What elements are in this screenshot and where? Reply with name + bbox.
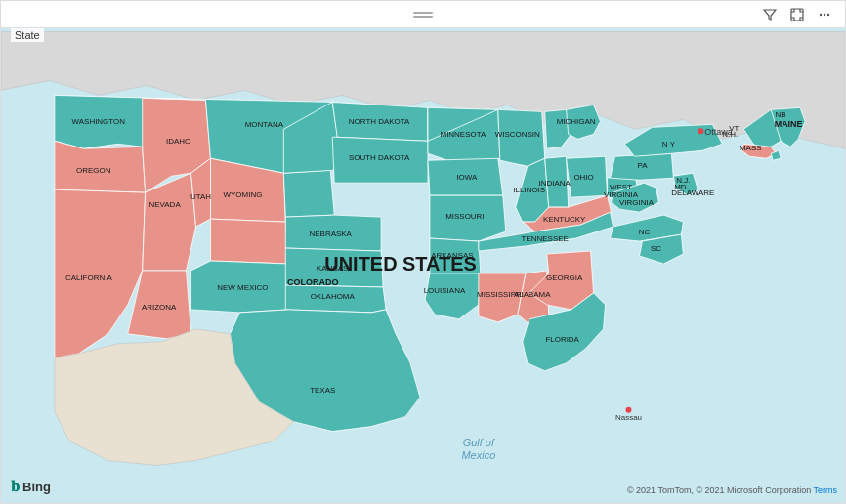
copyright-text: © 2021 TomTom, © 2021 Microsoft Corporat… xyxy=(627,485,837,495)
nassau-dot xyxy=(626,407,632,413)
svg-point-2 xyxy=(824,13,825,15)
map-container[interactable]: MAINE WASHINGTON OREGON CALIFORNIA IDAHO… xyxy=(1,28,845,503)
filter-icon[interactable] xyxy=(759,4,781,25)
toolbar-icons xyxy=(759,4,835,25)
drag-handle[interactable] xyxy=(413,12,433,18)
bing-icon: 𝐛 xyxy=(11,478,20,495)
focus-mode-icon[interactable] xyxy=(786,4,808,25)
more-options-icon[interactable] xyxy=(814,4,835,25)
bing-text: Bing xyxy=(22,480,51,494)
bing-logo: 𝐛 Bing xyxy=(11,478,51,495)
svg-rect-0 xyxy=(791,9,803,21)
terms-link[interactable]: Terms xyxy=(814,485,838,495)
map-visual: State xyxy=(0,0,846,504)
svg-point-1 xyxy=(820,13,822,15)
field-label: State xyxy=(11,28,44,42)
svg-point-3 xyxy=(827,13,829,15)
ottawa-dot xyxy=(698,128,703,134)
top-bar xyxy=(1,1,845,28)
